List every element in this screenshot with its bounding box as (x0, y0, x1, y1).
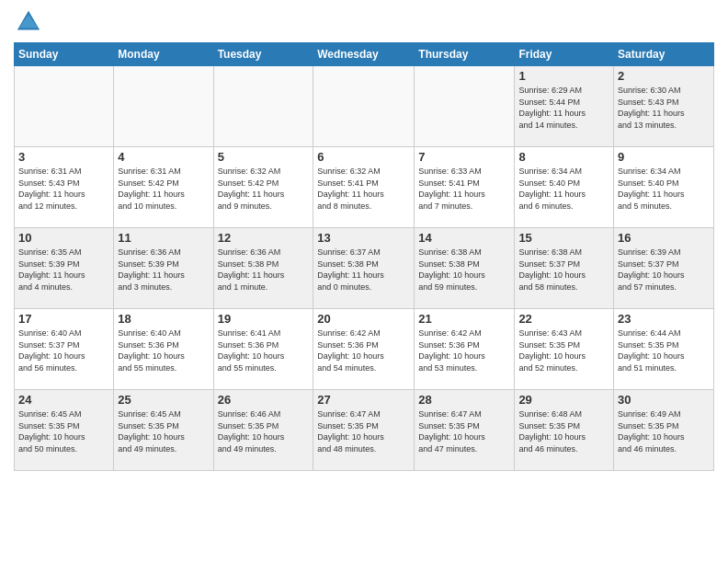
calendar-cell: 15Sunrise: 6:38 AM Sunset: 5:37 PM Dayli… (515, 228, 614, 309)
day-header-friday: Friday (515, 43, 614, 66)
calendar-cell: 1Sunrise: 6:29 AM Sunset: 5:44 PM Daylig… (515, 66, 614, 147)
day-header-wednesday: Wednesday (313, 43, 415, 66)
calendar-cell: 2Sunrise: 6:30 AM Sunset: 5:43 PM Daylig… (614, 66, 714, 147)
day-number: 16 (618, 231, 710, 245)
day-info: Sunrise: 6:45 AM Sunset: 5:35 PM Dayligh… (118, 408, 209, 454)
day-info: Sunrise: 6:31 AM Sunset: 5:43 PM Dayligh… (18, 166, 109, 212)
day-number: 14 (418, 231, 510, 245)
day-header-tuesday: Tuesday (213, 43, 313, 66)
logo (14, 9, 41, 35)
day-info: Sunrise: 6:29 AM Sunset: 5:44 PM Dayligh… (518, 85, 609, 131)
day-number: 21 (418, 312, 510, 326)
calendar-cell: 8Sunrise: 6:34 AM Sunset: 5:40 PM Daylig… (515, 147, 614, 228)
day-number: 17 (18, 312, 109, 326)
calendar-cell: 17Sunrise: 6:40 AM Sunset: 5:37 PM Dayli… (15, 309, 114, 390)
day-info: Sunrise: 6:37 AM Sunset: 5:38 PM Dayligh… (317, 247, 410, 293)
day-number: 28 (418, 393, 510, 407)
svg-marker-1 (19, 15, 39, 29)
day-number: 12 (218, 231, 310, 245)
day-info: Sunrise: 6:34 AM Sunset: 5:40 PM Dayligh… (518, 166, 609, 212)
day-number: 22 (518, 312, 609, 326)
day-number: 20 (317, 312, 410, 326)
calendar-header-row: SundayMondayTuesdayWednesdayThursdayFrid… (15, 43, 714, 66)
calendar-cell: 14Sunrise: 6:38 AM Sunset: 5:38 PM Dayli… (415, 228, 515, 309)
day-info: Sunrise: 6:48 AM Sunset: 5:35 PM Dayligh… (518, 408, 609, 454)
day-info: Sunrise: 6:36 AM Sunset: 5:39 PM Dayligh… (118, 247, 209, 293)
calendar-cell: 5Sunrise: 6:32 AM Sunset: 5:42 PM Daylig… (213, 147, 313, 228)
day-info: Sunrise: 6:45 AM Sunset: 5:35 PM Dayligh… (18, 408, 109, 454)
day-number: 6 (317, 150, 410, 164)
calendar-cell: 3Sunrise: 6:31 AM Sunset: 5:43 PM Daylig… (15, 147, 114, 228)
day-number: 25 (118, 393, 209, 407)
day-info: Sunrise: 6:33 AM Sunset: 5:41 PM Dayligh… (418, 166, 510, 212)
day-info: Sunrise: 6:42 AM Sunset: 5:36 PM Dayligh… (317, 327, 410, 373)
day-header-sunday: Sunday (15, 43, 114, 66)
day-number: 1 (518, 69, 609, 83)
calendar-cell: 29Sunrise: 6:48 AM Sunset: 5:35 PM Dayli… (515, 390, 614, 471)
calendar-week-2: 10Sunrise: 6:35 AM Sunset: 5:39 PM Dayli… (15, 228, 714, 309)
calendar-cell (114, 66, 213, 147)
day-number: 8 (518, 150, 609, 164)
day-info: Sunrise: 6:40 AM Sunset: 5:37 PM Dayligh… (18, 327, 109, 373)
calendar-cell: 11Sunrise: 6:36 AM Sunset: 5:39 PM Dayli… (114, 228, 213, 309)
calendar-cell: 26Sunrise: 6:46 AM Sunset: 5:35 PM Dayli… (213, 390, 313, 471)
day-header-thursday: Thursday (415, 43, 515, 66)
calendar-cell (213, 66, 313, 147)
logo-icon (16, 9, 41, 35)
day-info: Sunrise: 6:36 AM Sunset: 5:38 PM Dayligh… (218, 247, 310, 293)
page: SundayMondayTuesdayWednesdayThursdayFrid… (0, 0, 728, 563)
day-number: 19 (218, 312, 310, 326)
calendar-week-1: 3Sunrise: 6:31 AM Sunset: 5:43 PM Daylig… (15, 147, 714, 228)
day-number: 2 (618, 69, 710, 83)
day-info: Sunrise: 6:47 AM Sunset: 5:35 PM Dayligh… (317, 408, 410, 454)
day-info: Sunrise: 6:31 AM Sunset: 5:42 PM Dayligh… (118, 166, 209, 212)
day-info: Sunrise: 6:38 AM Sunset: 5:38 PM Dayligh… (418, 247, 510, 293)
calendar-cell: 6Sunrise: 6:32 AM Sunset: 5:41 PM Daylig… (313, 147, 415, 228)
calendar-week-3: 17Sunrise: 6:40 AM Sunset: 5:37 PM Dayli… (15, 309, 714, 390)
calendar-cell (15, 66, 114, 147)
header (14, 9, 714, 35)
day-number: 26 (218, 393, 310, 407)
calendar-cell: 21Sunrise: 6:42 AM Sunset: 5:36 PM Dayli… (415, 309, 515, 390)
day-info: Sunrise: 6:39 AM Sunset: 5:37 PM Dayligh… (618, 247, 710, 293)
calendar-cell: 4Sunrise: 6:31 AM Sunset: 5:42 PM Daylig… (114, 147, 213, 228)
day-number: 18 (118, 312, 209, 326)
calendar-cell: 18Sunrise: 6:40 AM Sunset: 5:36 PM Dayli… (114, 309, 213, 390)
day-info: Sunrise: 6:44 AM Sunset: 5:35 PM Dayligh… (618, 327, 710, 373)
calendar-cell: 30Sunrise: 6:49 AM Sunset: 5:35 PM Dayli… (614, 390, 714, 471)
day-info: Sunrise: 6:32 AM Sunset: 5:42 PM Dayligh… (218, 166, 310, 212)
day-info: Sunrise: 6:41 AM Sunset: 5:36 PM Dayligh… (218, 327, 310, 373)
calendar-cell: 16Sunrise: 6:39 AM Sunset: 5:37 PM Dayli… (614, 228, 714, 309)
day-info: Sunrise: 6:30 AM Sunset: 5:43 PM Dayligh… (618, 85, 710, 131)
calendar-week-4: 24Sunrise: 6:45 AM Sunset: 5:35 PM Dayli… (15, 390, 714, 471)
day-number: 4 (118, 150, 209, 164)
calendar-week-0: 1Sunrise: 6:29 AM Sunset: 5:44 PM Daylig… (15, 66, 714, 147)
day-header-monday: Monday (114, 43, 213, 66)
day-number: 29 (518, 393, 609, 407)
calendar-cell: 13Sunrise: 6:37 AM Sunset: 5:38 PM Dayli… (313, 228, 415, 309)
calendar-cell: 12Sunrise: 6:36 AM Sunset: 5:38 PM Dayli… (213, 228, 313, 309)
calendar-cell: 25Sunrise: 6:45 AM Sunset: 5:35 PM Dayli… (114, 390, 213, 471)
day-number: 23 (618, 312, 710, 326)
day-number: 5 (218, 150, 310, 164)
calendar-cell: 27Sunrise: 6:47 AM Sunset: 5:35 PM Dayli… (313, 390, 415, 471)
calendar-cell: 7Sunrise: 6:33 AM Sunset: 5:41 PM Daylig… (415, 147, 515, 228)
calendar-cell: 19Sunrise: 6:41 AM Sunset: 5:36 PM Dayli… (213, 309, 313, 390)
day-info: Sunrise: 6:38 AM Sunset: 5:37 PM Dayligh… (518, 247, 609, 293)
day-number: 15 (518, 231, 609, 245)
day-info: Sunrise: 6:43 AM Sunset: 5:35 PM Dayligh… (518, 327, 609, 373)
day-info: Sunrise: 6:42 AM Sunset: 5:36 PM Dayligh… (418, 327, 510, 373)
day-header-saturday: Saturday (614, 43, 714, 66)
calendar-cell: 23Sunrise: 6:44 AM Sunset: 5:35 PM Dayli… (614, 309, 714, 390)
day-number: 3 (18, 150, 109, 164)
day-number: 30 (618, 393, 710, 407)
day-info: Sunrise: 6:32 AM Sunset: 5:41 PM Dayligh… (317, 166, 410, 212)
day-number: 7 (418, 150, 510, 164)
day-number: 13 (317, 231, 410, 245)
day-number: 10 (18, 231, 109, 245)
day-number: 24 (18, 393, 109, 407)
day-number: 27 (317, 393, 410, 407)
day-info: Sunrise: 6:35 AM Sunset: 5:39 PM Dayligh… (18, 247, 109, 293)
calendar-cell: 28Sunrise: 6:47 AM Sunset: 5:35 PM Dayli… (415, 390, 515, 471)
day-number: 9 (618, 150, 710, 164)
